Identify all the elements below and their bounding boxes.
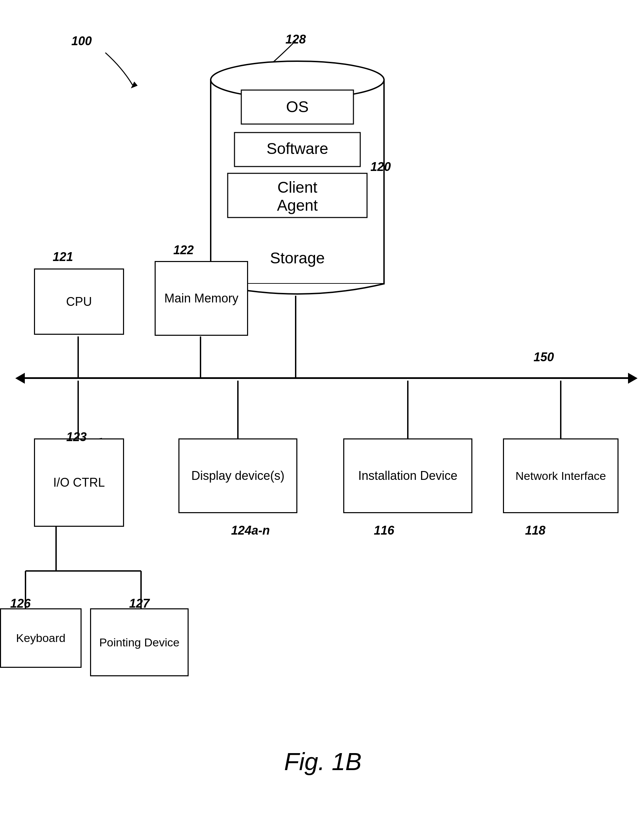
main-memory-label: Main Memory [164,291,238,305]
display-device-label: Display device(s) [191,468,284,483]
display-device-box: Display device(s) [178,438,297,513]
installation-device-label: Installation Device [358,468,457,483]
ref-124: 124a-n [231,523,270,538]
pointing-device-box: Pointing Device [90,609,189,676]
fig-label: Fig. 1B [221,748,425,776]
cpu-box: CPU [34,268,124,335]
io-ctrl-label: I/O CTRL [53,475,105,490]
ref-150: 150 [534,350,554,364]
main-memory-box: Main Memory [155,261,248,336]
ref-123: 123 [66,430,87,444]
ref-128: 128 [285,32,306,46]
ref-127: 127 [129,596,150,611]
cpu-label: CPU [66,294,92,309]
ref-116: 116 [374,523,394,538]
keyboard-label: Keyboard [16,631,66,645]
bus-arrow-left [15,373,25,384]
ref-121: 121 [53,250,73,264]
ref-120: 120 [370,160,391,174]
bus-arrow-right [628,373,638,384]
io-ctrl-box: I/O CTRL [34,438,124,527]
keyboard-box: Keyboard [0,609,81,668]
ref-100: 100 [71,34,92,48]
installation-device-box: Installation Device [343,438,472,513]
pointing-device-label: Pointing Device [99,636,179,650]
diagram: 100 OS Software Client Agent Storage 128… [0,0,644,817]
svg-text:OS: OS [286,98,308,115]
ref-126: 126 [10,596,31,611]
bus-line [24,377,629,379]
network-interface-label: Network Interface [515,469,606,483]
network-interface-box: Network Interface [503,438,618,513]
svg-text:Storage: Storage [270,249,325,267]
svg-marker-0 [131,81,138,88]
ref-122: 122 [173,243,194,257]
ref-118: 118 [525,523,546,538]
svg-text:Client: Client [277,178,317,196]
svg-text:Software: Software [267,139,328,157]
svg-text:Agent: Agent [277,196,318,214]
